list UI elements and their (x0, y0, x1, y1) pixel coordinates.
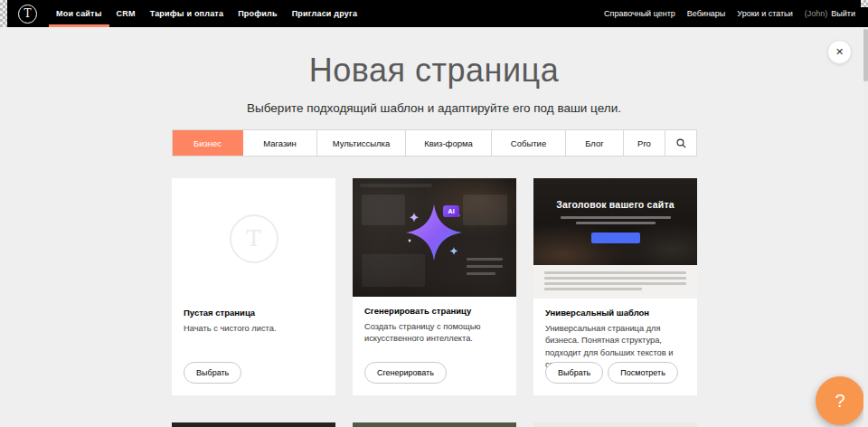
edge-pattern-right (861, 0, 868, 7)
search-icon (676, 138, 686, 148)
card-info: Сгенерировать страницу Создать страницу … (353, 297, 516, 346)
nav-invite-friend[interactable]: Пригласи друга (285, 0, 364, 27)
tab-business[interactable]: Бизнес (173, 130, 243, 156)
text-line (544, 282, 686, 285)
template-grid: T Пустая страница Начать с чистого листа… (172, 178, 697, 395)
tilda-logo-letter: T (24, 7, 31, 20)
blank-preview[interactable]: T (172, 178, 335, 299)
template-card-universal: Заголовок вашего сайта Универсальный шаб… (533, 178, 697, 395)
card-title: Пустая страница (184, 308, 328, 318)
tilda-watermark-icon: T (230, 214, 278, 263)
card-title: Универсальный шаблон (545, 308, 690, 318)
text-line (544, 277, 686, 280)
universal-preview-button[interactable]: Посмотреть (608, 362, 678, 384)
nav-help-center[interactable]: Справочный центр (604, 9, 675, 18)
card-info: Пустая страница Начать с чистого листа. (172, 299, 335, 335)
universal-preview[interactable]: Заголовок вашего сайта (533, 178, 697, 299)
template-category-tabs: Бизнес Магазин Мультиссылка Квиз-форма С… (172, 129, 697, 157)
nav-profile[interactable]: Профиль (231, 0, 285, 27)
hero-subtitle-line (561, 216, 671, 219)
universal-hero: Заголовок вашего сайта (533, 178, 697, 265)
blank-choose-button[interactable]: Выбрать (184, 362, 241, 384)
nav-webinars[interactable]: Вебинары (687, 9, 726, 18)
page-title: Новая страница (0, 51, 868, 90)
card-actions: Выбрать Посмотреть (545, 362, 678, 384)
watermark-letter: T (246, 225, 261, 251)
card-description: Начать с чистого листа. (184, 323, 328, 335)
ai-preview[interactable]: AI (353, 178, 516, 297)
card-actions: Выбрать (184, 362, 241, 384)
tab-multilink[interactable]: Мультиссылка (317, 130, 406, 156)
preview-shape (467, 265, 503, 268)
preview-shape (463, 195, 507, 225)
tab-search[interactable] (665, 130, 696, 156)
main-nav: Мои сайты CRM Тарифы и оплата Профиль Пр… (49, 0, 364, 27)
card-description: Создать страницу с помощью искусственног… (364, 321, 509, 346)
template-card-blank: T Пустая страница Начать с чистого листа… (172, 178, 335, 395)
account-area: (John) Выйти (805, 9, 855, 18)
nav-crm[interactable]: CRM (109, 0, 143, 27)
template-card-partial[interactable] (353, 422, 516, 427)
ai-generate-button[interactable]: Сгенерировать (364, 362, 447, 384)
logout-link[interactable]: Выйти (831, 9, 855, 18)
card-title: Сгенерировать страницу (364, 306, 509, 316)
tab-shop[interactable]: Магазин (243, 130, 317, 156)
help-button[interactable]: ? (816, 376, 864, 425)
tilda-logo[interactable]: T (18, 5, 37, 24)
close-button[interactable]: ✕ (827, 40, 852, 64)
scrollbar-thumb[interactable] (863, 29, 868, 81)
tab-blog[interactable]: Блог (566, 130, 624, 156)
close-icon: ✕ (835, 47, 844, 57)
text-line (544, 288, 642, 290)
nav-my-sites[interactable]: Мои сайты (49, 0, 109, 27)
nav-lessons[interactable]: Уроки и статьи (737, 9, 792, 18)
card-actions: Сгенерировать (364, 362, 447, 384)
preview-shape (360, 184, 432, 187)
edge-pattern-left (0, 0, 7, 27)
tab-pro[interactable]: Pro (624, 130, 665, 156)
universal-text-section (533, 265, 697, 299)
nav-billing[interactable]: Тарифы и оплата (143, 0, 231, 27)
card-info: Универсальный шаблон Универсальная стран… (533, 299, 697, 372)
secondary-nav: Справочный центр Вебинары Уроки и статьи… (604, 0, 855, 27)
tab-quiz-form[interactable]: Квиз-форма (406, 130, 492, 156)
page-subtitle: Выберите подходящий шаблон и адаптируйте… (0, 101, 868, 115)
template-card-ai: AI Сгенерировать страницу Создать страни… (353, 178, 516, 395)
hero-subtitle-line (576, 222, 656, 224)
template-grid-next-row (172, 422, 697, 427)
preview-shape (467, 258, 503, 261)
question-mark-icon: ? (835, 391, 844, 412)
text-line (544, 271, 686, 274)
topbar: T Мои сайты CRM Тарифы и оплата Профиль … (0, 0, 868, 27)
hero-cta-button (591, 232, 640, 243)
hero-title: Заголовок вашего сайта (556, 199, 675, 210)
scrollbar[interactable] (863, 27, 868, 427)
universal-choose-button[interactable]: Выбрать (545, 362, 603, 384)
ai-badge: AI (443, 205, 459, 217)
preview-shape (362, 195, 405, 225)
template-card-partial[interactable] (172, 422, 335, 427)
preview-shape (467, 272, 495, 275)
user-name: (John) (805, 9, 828, 18)
template-card-partial[interactable] (533, 422, 697, 427)
tab-event[interactable]: Событие (492, 130, 566, 156)
